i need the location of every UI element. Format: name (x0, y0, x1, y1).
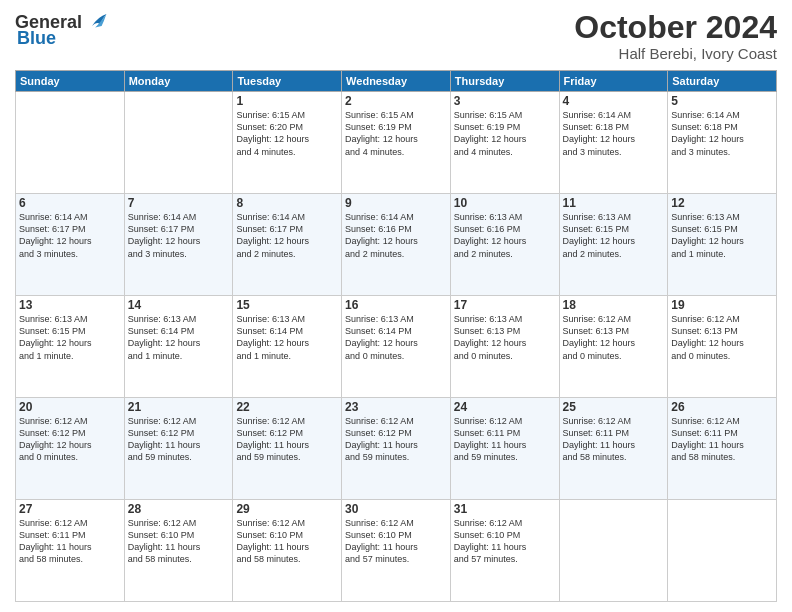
calendar-cell: 4Sunrise: 6:14 AM Sunset: 6:18 PM Daylig… (559, 92, 668, 194)
calendar-cell: 17Sunrise: 6:13 AM Sunset: 6:13 PM Dayli… (450, 296, 559, 398)
day-number: 30 (345, 502, 447, 516)
calendar-cell: 19Sunrise: 6:12 AM Sunset: 6:13 PM Dayli… (668, 296, 777, 398)
calendar-cell: 2Sunrise: 6:15 AM Sunset: 6:19 PM Daylig… (342, 92, 451, 194)
day-number: 22 (236, 400, 338, 414)
day-number: 12 (671, 196, 773, 210)
day-detail: Sunrise: 6:12 AM Sunset: 6:12 PM Dayligh… (236, 415, 338, 464)
calendar-cell: 9Sunrise: 6:14 AM Sunset: 6:16 PM Daylig… (342, 194, 451, 296)
calendar-cell: 23Sunrise: 6:12 AM Sunset: 6:12 PM Dayli… (342, 398, 451, 500)
calendar-cell: 15Sunrise: 6:13 AM Sunset: 6:14 PM Dayli… (233, 296, 342, 398)
weekday-header: Tuesday (233, 71, 342, 92)
day-detail: Sunrise: 6:13 AM Sunset: 6:14 PM Dayligh… (345, 313, 447, 362)
day-number: 2 (345, 94, 447, 108)
day-detail: Sunrise: 6:13 AM Sunset: 6:13 PM Dayligh… (454, 313, 556, 362)
calendar-cell: 12Sunrise: 6:13 AM Sunset: 6:15 PM Dayli… (668, 194, 777, 296)
day-number: 29 (236, 502, 338, 516)
day-number: 4 (563, 94, 665, 108)
day-detail: Sunrise: 6:12 AM Sunset: 6:11 PM Dayligh… (19, 517, 121, 566)
day-number: 26 (671, 400, 773, 414)
day-number: 24 (454, 400, 556, 414)
day-detail: Sunrise: 6:15 AM Sunset: 6:19 PM Dayligh… (454, 109, 556, 158)
calendar-cell: 29Sunrise: 6:12 AM Sunset: 6:10 PM Dayli… (233, 500, 342, 602)
month-title: October 2024 (574, 10, 777, 45)
calendar-cell (668, 500, 777, 602)
weekday-header: Monday (124, 71, 233, 92)
day-number: 18 (563, 298, 665, 312)
calendar-week-row: 13Sunrise: 6:13 AM Sunset: 6:15 PM Dayli… (16, 296, 777, 398)
day-detail: Sunrise: 6:14 AM Sunset: 6:17 PM Dayligh… (236, 211, 338, 260)
calendar-cell: 10Sunrise: 6:13 AM Sunset: 6:16 PM Dayli… (450, 194, 559, 296)
day-number: 13 (19, 298, 121, 312)
calendar-cell: 5Sunrise: 6:14 AM Sunset: 6:18 PM Daylig… (668, 92, 777, 194)
day-detail: Sunrise: 6:12 AM Sunset: 6:10 PM Dayligh… (236, 517, 338, 566)
calendar-page: General Blue October 2024 Half Berebi, I… (0, 0, 792, 612)
header: General Blue October 2024 Half Berebi, I… (15, 10, 777, 62)
day-detail: Sunrise: 6:12 AM Sunset: 6:11 PM Dayligh… (563, 415, 665, 464)
day-number: 15 (236, 298, 338, 312)
day-number: 1 (236, 94, 338, 108)
day-detail: Sunrise: 6:13 AM Sunset: 6:14 PM Dayligh… (236, 313, 338, 362)
day-detail: Sunrise: 6:12 AM Sunset: 6:11 PM Dayligh… (454, 415, 556, 464)
weekday-header: Friday (559, 71, 668, 92)
calendar-cell (16, 92, 125, 194)
calendar-cell: 24Sunrise: 6:12 AM Sunset: 6:11 PM Dayli… (450, 398, 559, 500)
day-number: 7 (128, 196, 230, 210)
calendar-cell: 28Sunrise: 6:12 AM Sunset: 6:10 PM Dayli… (124, 500, 233, 602)
logo: General Blue (15, 10, 108, 49)
day-number: 31 (454, 502, 556, 516)
day-number: 6 (19, 196, 121, 210)
calendar-week-row: 27Sunrise: 6:12 AM Sunset: 6:11 PM Dayli… (16, 500, 777, 602)
day-detail: Sunrise: 6:12 AM Sunset: 6:10 PM Dayligh… (128, 517, 230, 566)
day-detail: Sunrise: 6:12 AM Sunset: 6:11 PM Dayligh… (671, 415, 773, 464)
day-detail: Sunrise: 6:15 AM Sunset: 6:20 PM Dayligh… (236, 109, 338, 158)
calendar-cell: 3Sunrise: 6:15 AM Sunset: 6:19 PM Daylig… (450, 92, 559, 194)
day-detail: Sunrise: 6:12 AM Sunset: 6:10 PM Dayligh… (345, 517, 447, 566)
calendar-cell: 13Sunrise: 6:13 AM Sunset: 6:15 PM Dayli… (16, 296, 125, 398)
day-detail: Sunrise: 6:13 AM Sunset: 6:15 PM Dayligh… (19, 313, 121, 362)
weekday-header: Saturday (668, 71, 777, 92)
calendar-cell: 27Sunrise: 6:12 AM Sunset: 6:11 PM Dayli… (16, 500, 125, 602)
calendar-cell: 14Sunrise: 6:13 AM Sunset: 6:14 PM Dayli… (124, 296, 233, 398)
day-number: 9 (345, 196, 447, 210)
location-title: Half Berebi, Ivory Coast (574, 45, 777, 62)
day-number: 10 (454, 196, 556, 210)
calendar-cell: 25Sunrise: 6:12 AM Sunset: 6:11 PM Dayli… (559, 398, 668, 500)
day-number: 14 (128, 298, 230, 312)
calendar-week-row: 1Sunrise: 6:15 AM Sunset: 6:20 PM Daylig… (16, 92, 777, 194)
calendar-cell: 20Sunrise: 6:12 AM Sunset: 6:12 PM Dayli… (16, 398, 125, 500)
calendar-cell: 6Sunrise: 6:14 AM Sunset: 6:17 PM Daylig… (16, 194, 125, 296)
day-number: 17 (454, 298, 556, 312)
calendar-cell: 31Sunrise: 6:12 AM Sunset: 6:10 PM Dayli… (450, 500, 559, 602)
day-detail: Sunrise: 6:13 AM Sunset: 6:16 PM Dayligh… (454, 211, 556, 260)
day-detail: Sunrise: 6:12 AM Sunset: 6:13 PM Dayligh… (563, 313, 665, 362)
weekday-header-row: SundayMondayTuesdayWednesdayThursdayFrid… (16, 71, 777, 92)
calendar-cell (559, 500, 668, 602)
day-detail: Sunrise: 6:14 AM Sunset: 6:17 PM Dayligh… (128, 211, 230, 260)
weekday-header: Wednesday (342, 71, 451, 92)
calendar-cell: 26Sunrise: 6:12 AM Sunset: 6:11 PM Dayli… (668, 398, 777, 500)
day-detail: Sunrise: 6:12 AM Sunset: 6:12 PM Dayligh… (128, 415, 230, 464)
calendar-cell: 16Sunrise: 6:13 AM Sunset: 6:14 PM Dayli… (342, 296, 451, 398)
day-detail: Sunrise: 6:13 AM Sunset: 6:15 PM Dayligh… (671, 211, 773, 260)
weekday-header: Thursday (450, 71, 559, 92)
calendar-cell: 18Sunrise: 6:12 AM Sunset: 6:13 PM Dayli… (559, 296, 668, 398)
day-number: 11 (563, 196, 665, 210)
calendar-week-row: 6Sunrise: 6:14 AM Sunset: 6:17 PM Daylig… (16, 194, 777, 296)
calendar-cell: 21Sunrise: 6:12 AM Sunset: 6:12 PM Dayli… (124, 398, 233, 500)
day-number: 23 (345, 400, 447, 414)
weekday-header: Sunday (16, 71, 125, 92)
day-number: 5 (671, 94, 773, 108)
day-number: 27 (19, 502, 121, 516)
calendar-cell: 1Sunrise: 6:15 AM Sunset: 6:20 PM Daylig… (233, 92, 342, 194)
logo-blue: Blue (17, 28, 56, 49)
title-block: October 2024 Half Berebi, Ivory Coast (574, 10, 777, 62)
calendar-cell: 30Sunrise: 6:12 AM Sunset: 6:10 PM Dayli… (342, 500, 451, 602)
day-detail: Sunrise: 6:12 AM Sunset: 6:13 PM Dayligh… (671, 313, 773, 362)
day-number: 28 (128, 502, 230, 516)
logo-bird-icon (84, 10, 108, 34)
day-detail: Sunrise: 6:13 AM Sunset: 6:14 PM Dayligh… (128, 313, 230, 362)
day-number: 19 (671, 298, 773, 312)
day-detail: Sunrise: 6:12 AM Sunset: 6:12 PM Dayligh… (345, 415, 447, 464)
day-detail: Sunrise: 6:14 AM Sunset: 6:17 PM Dayligh… (19, 211, 121, 260)
day-detail: Sunrise: 6:12 AM Sunset: 6:10 PM Dayligh… (454, 517, 556, 566)
